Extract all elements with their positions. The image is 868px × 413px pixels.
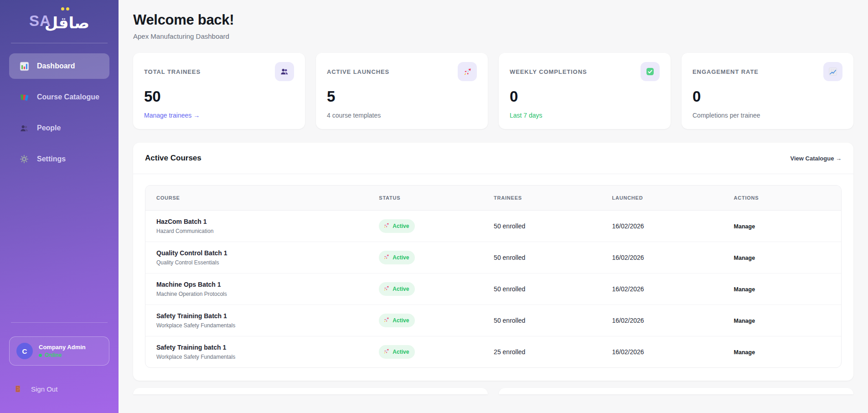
status-badge-label: Active bbox=[393, 286, 409, 292]
launched-cell: 16/02/2026 bbox=[601, 336, 723, 368]
app-logo: SA صاقل bbox=[0, 0, 119, 36]
course-template-name: Quality Control Essentials bbox=[156, 259, 357, 266]
status-badge-label: Active bbox=[393, 223, 409, 229]
launched-cell: 16/02/2026 bbox=[601, 305, 723, 336]
trainees-cell: 50 enrolled bbox=[483, 242, 601, 274]
col-header-actions: ACTIONS bbox=[723, 186, 841, 211]
sidebar-item-label: Course Catalogue bbox=[37, 93, 99, 101]
sidebar-divider bbox=[11, 322, 108, 323]
stat-footer: 4 course templates bbox=[327, 112, 477, 119]
trainees-cell: 25 enrolled bbox=[483, 336, 601, 368]
stat-value: 0 bbox=[510, 88, 660, 105]
course-template-name: Hazard Communication bbox=[156, 228, 357, 234]
status-badge-label: Active bbox=[393, 254, 409, 261]
section-title: Active Courses bbox=[145, 154, 202, 163]
sidebar-item-people[interactable]: People bbox=[9, 115, 109, 141]
rocket-icon bbox=[383, 348, 389, 356]
sidebar-item-dashboard[interactable]: Dashboard bbox=[9, 53, 109, 79]
course-row: HazCom Batch 1Hazard CommunicationActive… bbox=[145, 211, 841, 242]
active-courses-section: Active Courses View Catalogue → COURSE S… bbox=[133, 143, 853, 381]
trainees-cell: 50 enrolled bbox=[483, 211, 601, 242]
course-template-name: Machine Operation Protocols bbox=[156, 291, 357, 297]
manage-button[interactable]: Manage bbox=[734, 223, 755, 230]
course-name: Safety Training Batch 1 bbox=[156, 312, 357, 320]
manage-button[interactable]: Manage bbox=[734, 318, 755, 324]
rocket-icon bbox=[383, 254, 389, 261]
manage-button[interactable]: Manage bbox=[734, 255, 755, 261]
manage-button[interactable]: Manage bbox=[734, 286, 755, 293]
col-header-course: COURSE bbox=[145, 186, 368, 211]
user-status: Online bbox=[39, 352, 86, 358]
bar-chart-icon bbox=[19, 61, 29, 71]
users-icon bbox=[275, 62, 294, 81]
launched-cell: 16/02/2026 bbox=[601, 211, 723, 242]
status-badge: Active bbox=[379, 345, 415, 359]
next-section-cards bbox=[133, 388, 853, 394]
status-badge: Active bbox=[379, 219, 415, 233]
manage-button[interactable]: Manage bbox=[734, 349, 755, 356]
stat-value: 5 bbox=[327, 88, 477, 105]
manage-trainees-link[interactable]: Manage trainees → bbox=[144, 112, 294, 119]
stats-row: TOTAL TRAINEES 50 Manage trainees → ACTI… bbox=[133, 53, 853, 129]
chart-up-icon bbox=[823, 62, 842, 81]
stat-value: 0 bbox=[692, 88, 842, 105]
course-template-name: Workplace Safety Fundamentals bbox=[156, 322, 357, 329]
logo-dot bbox=[61, 7, 64, 10]
sidebar-footer: C Company Admin Online Sign Out bbox=[0, 322, 119, 413]
stat-card-active-launches: ACTIVE LAUNCHES 5 4 course templates bbox=[316, 53, 488, 129]
rocket-icon bbox=[383, 317, 389, 324]
course-row: Quality Control Batch 1Quality Control E… bbox=[145, 242, 841, 274]
status-badge: Active bbox=[379, 282, 415, 296]
door-icon bbox=[13, 384, 23, 394]
stat-value: 50 bbox=[144, 88, 294, 105]
stat-footer: Completions per trainee bbox=[692, 112, 842, 119]
user-status-label: Online bbox=[45, 352, 62, 358]
peek-card bbox=[133, 388, 488, 394]
user-name: Company Admin bbox=[39, 344, 86, 351]
course-name: Safety Training batch 1 bbox=[156, 344, 357, 351]
page-title: Welcome back! bbox=[133, 12, 853, 28]
course-name: HazCom Batch 1 bbox=[156, 218, 357, 225]
table-header-row: COURSE STATUS TRAINEES LAUNCHED ACTIONS bbox=[145, 186, 841, 211]
sidebar-item-course-catalogue[interactable]: Course Catalogue bbox=[9, 84, 109, 110]
course-row: Machine Ops Batch 1Machine Operation Pro… bbox=[145, 274, 841, 305]
sidebar-item-settings[interactable]: Settings bbox=[9, 146, 109, 172]
launched-cell: 16/02/2026 bbox=[601, 242, 723, 274]
status-badge-label: Active bbox=[393, 317, 409, 324]
stat-label: TOTAL TRAINEES bbox=[144, 68, 201, 75]
trainees-cell: 50 enrolled bbox=[483, 274, 601, 305]
stat-card-weekly-completions: WEEKLY COMPLETIONS 0 Last 7 days bbox=[499, 53, 671, 129]
status-badge: Active bbox=[379, 314, 415, 327]
col-header-trainees: TRAINEES bbox=[483, 186, 601, 211]
rocket-icon bbox=[458, 62, 477, 81]
stat-label: WEEKLY COMPLETIONS bbox=[510, 68, 587, 75]
logo-dot bbox=[66, 7, 69, 10]
sidebar-item-label: Dashboard bbox=[37, 62, 75, 70]
launched-cell: 16/02/2026 bbox=[601, 274, 723, 305]
status-badge-label: Active bbox=[393, 349, 409, 355]
page-subtitle: Apex Manufacturing Dashboard bbox=[133, 32, 853, 40]
stat-card-engagement-rate: ENGAGEMENT RATE 0 Completions per traine… bbox=[682, 53, 853, 129]
gear-icon bbox=[19, 154, 29, 164]
online-dot-icon bbox=[39, 354, 42, 357]
col-header-launched: LAUNCHED bbox=[601, 186, 723, 211]
trainees-cell: 50 enrolled bbox=[483, 305, 601, 336]
avatar: C bbox=[16, 343, 33, 359]
courses-table: COURSE STATUS TRAINEES LAUNCHED ACTIONS … bbox=[145, 185, 842, 368]
view-catalogue-link[interactable]: View Catalogue → bbox=[790, 155, 842, 162]
main-content: Welcome back! Apex Manufacturing Dashboa… bbox=[119, 0, 868, 413]
sign-out-button[interactable]: Sign Out bbox=[9, 384, 109, 399]
user-card: C Company Admin Online bbox=[9, 336, 109, 366]
stat-footer: Last 7 days bbox=[510, 112, 660, 119]
stat-card-total-trainees: TOTAL TRAINEES 50 Manage trainees → bbox=[133, 53, 305, 129]
sidebar-item-label: People bbox=[37, 124, 61, 132]
course-template-name: Workplace Safety Fundamentals bbox=[156, 354, 357, 360]
rocket-icon bbox=[383, 285, 389, 293]
people-icon bbox=[19, 123, 29, 133]
rocket-icon bbox=[383, 222, 389, 230]
books-icon bbox=[19, 92, 29, 102]
stat-label: ACTIVE LAUNCHES bbox=[327, 68, 389, 75]
sidebar-nav: Dashboard Course Catalogue bbox=[0, 43, 119, 177]
course-name: Machine Ops Batch 1 bbox=[156, 281, 357, 288]
logo-arabic-text: صاقل bbox=[45, 14, 89, 32]
